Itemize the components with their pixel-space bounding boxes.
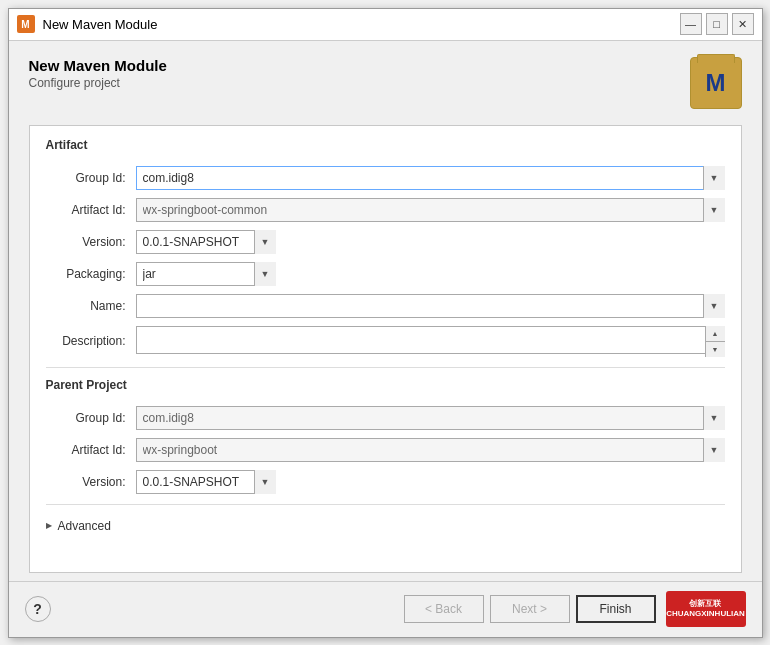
parent-group-id-input[interactable] [136,406,725,430]
finish-button[interactable]: Finish [576,595,656,623]
description-spin-down[interactable]: ▼ [706,342,725,357]
parent-artifact-id-dropdown-wrapper: ▼ [136,438,725,462]
description-label: Description: [46,334,136,348]
description-spinners: ▲ ▼ [705,326,725,357]
packaging-dropdown-wrapper: jar ▼ [136,262,276,286]
parent-version-dropdown-wrapper: 0.0.1-SNAPSHOT ▼ [136,470,276,494]
footer-buttons: < Back Next > Finish [404,595,656,623]
advanced-triangle-icon: ▶ [46,521,52,530]
name-dropdown-wrapper: ▼ [136,294,725,318]
description-row: Description: ▲ ▼ [46,326,725,357]
packaging-label: Packaging: [46,267,136,281]
version-row: Version: 0.0.1-SNAPSHOT ▼ [46,230,725,254]
version-label: Version: [46,235,136,249]
artifact-id-input[interactable] [136,198,725,222]
advanced-label: Advanced [58,519,111,533]
artifact-id-dropdown-wrapper: ▼ [136,198,725,222]
group-id-dropdown-wrapper: ▼ [136,166,725,190]
name-row: Name: ▼ [46,294,725,318]
close-button[interactable]: ✕ [732,13,754,35]
main-window: M New Maven Module — □ ✕ New Maven Modul… [8,8,763,638]
page-subtitle: Configure project [29,76,167,90]
parent-artifact-id-label: Artifact Id: [46,443,136,457]
description-spin-up[interactable]: ▲ [706,326,725,342]
maximize-button[interactable]: □ [706,13,728,35]
page-title: New Maven Module [29,57,167,74]
parent-group-id-row: Group Id: ▼ [46,406,725,430]
artifact-section-title: Artifact [46,138,725,156]
parent-version-label: Version: [46,475,136,489]
parent-group-id-label: Group Id: [46,411,136,425]
group-id-row: Group Id: ▼ [46,166,725,190]
section-divider [46,367,725,368]
content-area: New Maven Module Configure project M Art… [9,41,762,581]
parent-section-title: Parent Project [46,378,725,396]
advanced-divider [46,504,725,505]
description-input[interactable] [136,326,725,354]
parent-artifact-id-input[interactable] [136,438,725,462]
version-dropdown-wrapper: 0.0.1-SNAPSHOT ▼ [136,230,276,254]
page-header: New Maven Module Configure project M [29,57,742,109]
name-label: Name: [46,299,136,313]
help-button[interactable]: ? [25,596,51,622]
window-title: New Maven Module [43,17,680,32]
parent-version-row: Version: 0.0.1-SNAPSHOT ▼ [46,470,725,494]
page-header-text: New Maven Module Configure project [29,57,167,90]
artifact-id-row: Artifact Id: ▼ [46,198,725,222]
watermark-box: 创新互联 CHUANGXINHULIAN [666,591,746,627]
window-controls: — □ ✕ [680,13,754,35]
watermark: 创新互联 CHUANGXINHULIAN [666,591,746,627]
parent-group-id-dropdown-wrapper: ▼ [136,406,725,430]
name-input[interactable] [136,294,725,318]
description-wrapper: ▲ ▼ [136,326,725,357]
maven-logo-icon: M [690,57,742,109]
packaging-select[interactable]: jar [136,262,276,286]
group-id-label: Group Id: [46,171,136,185]
version-select[interactable]: 0.0.1-SNAPSHOT [136,230,276,254]
watermark-text: 创新互联 CHUANGXINHULIAN [666,599,745,620]
app-icon: M [17,15,35,33]
form-panel: Artifact Group Id: ▼ Artifact Id: ▼ Ver [29,125,742,573]
minimize-button[interactable]: — [680,13,702,35]
packaging-row: Packaging: jar ▼ [46,262,725,286]
parent-version-select[interactable]: 0.0.1-SNAPSHOT [136,470,276,494]
parent-artifact-id-row: Artifact Id: ▼ [46,438,725,462]
next-button[interactable]: Next > [490,595,570,623]
back-button[interactable]: < Back [404,595,484,623]
title-bar: M New Maven Module — □ ✕ [9,9,762,41]
footer: ? < Back Next > Finish 创新互联 CHUANGXINHUL… [9,581,762,637]
footer-left: ? [25,596,404,622]
group-id-input[interactable] [136,166,725,190]
advanced-section[interactable]: ▶ Advanced [46,515,725,537]
artifact-id-label: Artifact Id: [46,203,136,217]
